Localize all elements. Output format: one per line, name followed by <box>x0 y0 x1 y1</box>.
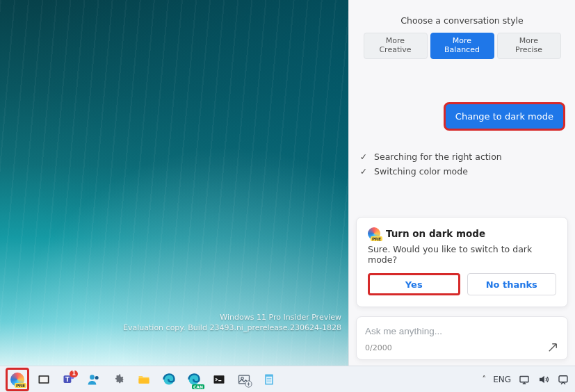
check-icon: ✓ <box>359 152 369 162</box>
network-icon[interactable] <box>518 373 531 386</box>
svg-point-6 <box>95 376 99 379</box>
style-creative-button[interactable]: More Creative <box>364 33 428 59</box>
system-tray: ˄ ENG <box>482 373 569 386</box>
check-icon: ✓ <box>359 166 369 177</box>
task-view-icon[interactable] <box>33 369 54 390</box>
conversation-style-title: Choose a conversation style <box>356 15 568 26</box>
send-icon[interactable] <box>546 341 559 354</box>
copilot-preview-taskbar-icon[interactable]: PRE <box>6 368 29 391</box>
svg-rect-17 <box>559 375 567 382</box>
card-title: Turn on dark mode <box>386 228 485 239</box>
watermark-line1: Windows 11 Pro Insider Preview <box>123 313 341 323</box>
volume-icon[interactable] <box>537 373 550 386</box>
people-icon[interactable] <box>83 369 104 390</box>
progress-text: Searching for the right action <box>374 152 502 162</box>
progress-text: Switching color mode <box>374 166 468 177</box>
copilot-panel: Choose a conversation style More Creativ… <box>348 0 575 366</box>
canary-badge: CAN <box>192 384 204 389</box>
action-card: PRE Turn on dark mode Sure. Would you li… <box>356 217 568 307</box>
settings-icon[interactable] <box>108 369 129 390</box>
svg-rect-7 <box>139 378 149 384</box>
progress-item: ✓ Switching color mode <box>359 166 568 177</box>
svg-point-5 <box>90 375 95 379</box>
conversation-style-row: More Creative More Balanced More Precise <box>356 33 568 59</box>
edge-canary-icon[interactable]: CAN <box>184 369 204 390</box>
notification-badge: 1 <box>70 370 78 377</box>
tray-overflow-icon[interactable]: ˄ <box>482 375 486 384</box>
svg-rect-10 <box>214 375 225 384</box>
user-message-bubble[interactable]: Change to dark mode <box>444 102 565 131</box>
yes-button[interactable]: Yes <box>368 273 460 295</box>
style-balanced-button[interactable]: More Balanced <box>430 33 494 59</box>
photos-icon[interactable] <box>234 369 254 390</box>
copilot-icon: PRE <box>368 227 380 240</box>
teams-icon[interactable]: T 1 <box>58 369 79 390</box>
language-indicator[interactable]: ENG <box>493 375 511 384</box>
svg-rect-16 <box>520 376 528 382</box>
file-explorer-icon[interactable] <box>133 369 154 390</box>
progress-list: ✓ Searching for the right action ✓ Switc… <box>356 147 568 181</box>
no-thanks-button[interactable]: No thanks <box>467 273 557 295</box>
ask-input[interactable] <box>365 326 559 336</box>
ask-box[interactable]: 0/2000 <box>356 316 568 360</box>
terminal-icon[interactable] <box>209 369 229 390</box>
svg-rect-1 <box>40 376 48 382</box>
card-subtext: Sure. Would you like to switch to dark m… <box>368 244 556 265</box>
notepad-icon[interactable] <box>259 369 280 390</box>
watermark-line2: Evaluation copy. Build 23493.ni_prerelea… <box>123 323 341 334</box>
notifications-icon[interactable] <box>557 373 569 386</box>
style-precise-button[interactable]: More Precise <box>497 33 561 59</box>
progress-item: ✓ Searching for the right action <box>359 152 568 162</box>
taskbar: PRE T 1 CAN ˄ ENG <box>0 366 575 392</box>
char-counter: 0/2000 <box>365 343 392 352</box>
edge-icon[interactable] <box>159 369 179 390</box>
svg-text:T: T <box>65 375 70 382</box>
windows-watermark: Windows 11 Pro Insider Preview Evaluatio… <box>123 313 341 334</box>
